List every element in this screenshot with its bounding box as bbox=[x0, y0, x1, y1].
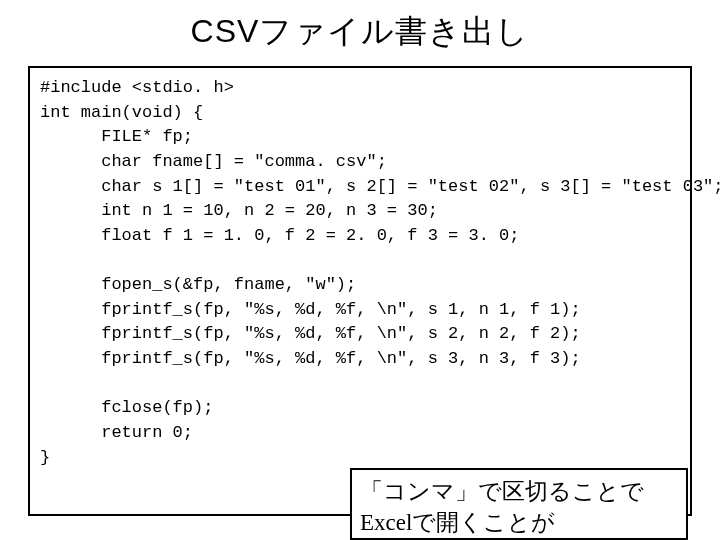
code-block: #include <stdio. h> int main(void) { FIL… bbox=[28, 66, 692, 516]
slide-title: CSVファイル書き出し bbox=[0, 0, 720, 62]
note-callout: 「コンマ」で区切ることでExcelで開くことが bbox=[350, 468, 688, 540]
